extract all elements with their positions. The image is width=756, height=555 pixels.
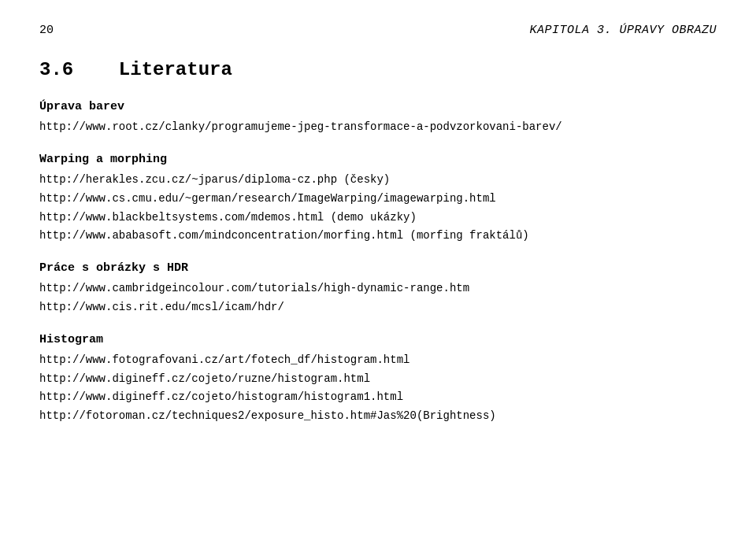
section-heading-text: Literatura (119, 59, 232, 80)
page-number: 20 (39, 24, 54, 37)
link-digineff-ruzne[interactable]: http://www.digineff.cz/cojeto/ruzne/hist… (39, 371, 717, 388)
subsection-warping: Warping a morphing http://herakles.zcu.c… (39, 150, 717, 245)
subsection-heading-hdr: Práce s obrázky s HDR (39, 259, 717, 277)
subsection-hdr: Práce s obrázky s HDR http://www.cambrid… (39, 259, 717, 316)
link-fotoroman[interactable]: http://fotoroman.cz/techniques2/exposure… (39, 408, 717, 425)
section-title: 3.6 Literatura (39, 59, 717, 80)
link-rit[interactable]: http://www.cis.rit.edu/mcsl/icam/hdr/ (39, 299, 717, 316)
chapter-title: KAPITOLA 3. ÚPRAVY OBRAZU (529, 24, 717, 37)
link-root[interactable]: http://www.root.cz/clanky/programujeme-j… (39, 119, 717, 136)
subsection-uprava-barev: Úprava barev http://www.root.cz/clanky/p… (39, 98, 717, 136)
subsection-heading-uprava-barev: Úprava barev (39, 98, 717, 116)
subsection-heading-warping: Warping a morphing (39, 150, 717, 168)
link-cambridge[interactable]: http://www.cambridgeincolour.com/tutoria… (39, 280, 717, 298)
section-number: 3.6 (39, 59, 73, 80)
link-cmu[interactable]: http://www.cs.cmu.edu/~german/research/I… (39, 191, 717, 208)
subsection-heading-histogram: Histogram (39, 331, 717, 349)
link-herakles[interactable]: http://herakles.zcu.cz/~jparus/diploma-c… (39, 172, 717, 189)
link-fotografovani[interactable]: http://www.fotografovani.cz/art/fotech_d… (39, 352, 717, 369)
page-header: 20 KAPITOLA 3. ÚPRAVY OBRAZU (39, 24, 717, 37)
link-digineff-histogram[interactable]: http://www.digineff.cz/cojeto/histogram/… (39, 389, 717, 406)
link-ababasoft[interactable]: http://www.ababasoft.com/mindconcentrati… (39, 228, 717, 245)
link-blackbelt[interactable]: http://www.blackbeltsystems.com/mdemos.h… (39, 209, 717, 227)
subsection-histogram: Histogram http://www.fotografovani.cz/ar… (39, 331, 717, 425)
